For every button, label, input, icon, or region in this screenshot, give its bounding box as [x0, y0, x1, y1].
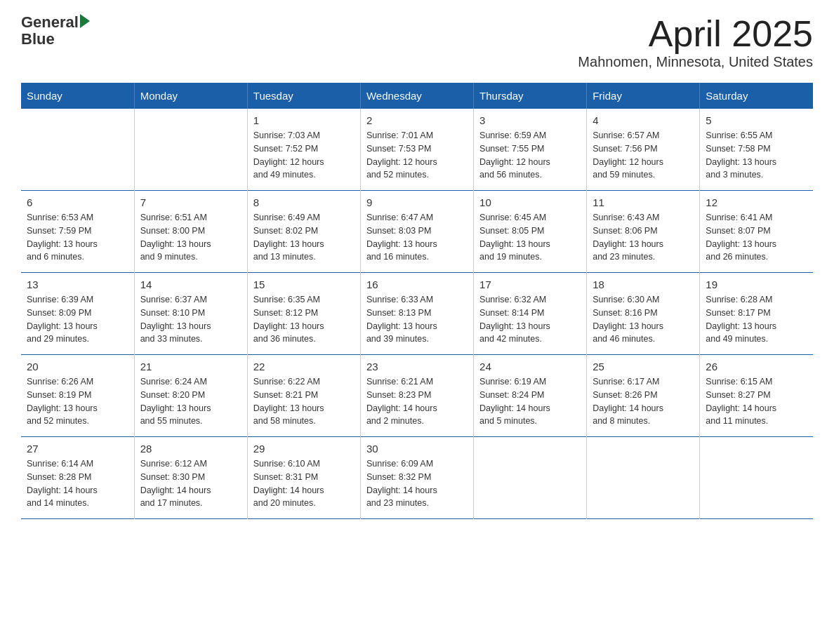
week-row-1: 1Sunrise: 7:03 AM Sunset: 7:52 PM Daylig…: [21, 109, 813, 191]
week-row-5: 27Sunrise: 6:14 AM Sunset: 8:28 PM Dayli…: [21, 437, 813, 519]
day-cell: 3Sunrise: 6:59 AM Sunset: 7:55 PM Daylig…: [474, 109, 587, 191]
day-info: Sunrise: 6:43 AM Sunset: 8:06 PM Dayligh…: [593, 211, 694, 264]
header-row: SundayMondayTuesdayWednesdayThursdayFrid…: [21, 83, 813, 109]
day-number: 30: [366, 443, 468, 455]
day-number: 14: [140, 279, 241, 290]
day-number: 4: [593, 114, 694, 126]
week-row-2: 6Sunrise: 6:53 AM Sunset: 7:59 PM Daylig…: [21, 191, 813, 273]
header-cell-tuesday: Tuesday: [247, 83, 360, 109]
day-cell: 13Sunrise: 6:39 AM Sunset: 8:09 PM Dayli…: [21, 273, 134, 355]
day-cell: 17Sunrise: 6:32 AM Sunset: 8:14 PM Dayli…: [474, 273, 587, 355]
day-info: Sunrise: 6:55 AM Sunset: 7:58 PM Dayligh…: [706, 129, 807, 182]
day-cell: 21Sunrise: 6:24 AM Sunset: 8:20 PM Dayli…: [134, 355, 247, 437]
header-cell-sunday: Sunday: [21, 83, 134, 109]
calendar-header: SundayMondayTuesdayWednesdayThursdayFrid…: [21, 83, 813, 109]
day-number: 13: [27, 279, 128, 290]
day-number: 5: [706, 114, 807, 126]
day-number: 2: [366, 114, 468, 126]
day-info: Sunrise: 6:53 AM Sunset: 7:59 PM Dayligh…: [27, 211, 128, 264]
day-cell: 19Sunrise: 6:28 AM Sunset: 8:17 PM Dayli…: [700, 273, 813, 355]
day-info: Sunrise: 6:19 AM Sunset: 8:24 PM Dayligh…: [479, 375, 581, 428]
day-info: Sunrise: 6:47 AM Sunset: 8:03 PM Dayligh…: [366, 211, 468, 264]
logo: General Blue: [21, 14, 90, 48]
logo-arrow-icon: [80, 14, 90, 28]
day-cell: 11Sunrise: 6:43 AM Sunset: 8:06 PM Dayli…: [587, 191, 700, 273]
header-cell-monday: Monday: [134, 83, 247, 109]
header-cell-friday: Friday: [587, 83, 700, 109]
day-number: 7: [140, 196, 241, 208]
day-number: 25: [593, 361, 694, 373]
day-info: Sunrise: 6:14 AM Sunset: 8:28 PM Dayligh…: [27, 457, 128, 510]
page-title: April 2025: [578, 14, 813, 54]
day-info: Sunrise: 7:01 AM Sunset: 7:53 PM Dayligh…: [366, 129, 468, 182]
day-info: Sunrise: 6:51 AM Sunset: 8:00 PM Dayligh…: [140, 211, 241, 264]
day-cell: 27Sunrise: 6:14 AM Sunset: 8:28 PM Dayli…: [21, 437, 134, 519]
day-info: Sunrise: 6:15 AM Sunset: 8:27 PM Dayligh…: [706, 375, 807, 428]
calendar-body: 1Sunrise: 7:03 AM Sunset: 7:52 PM Daylig…: [21, 109, 813, 519]
day-cell: 1Sunrise: 7:03 AM Sunset: 7:52 PM Daylig…: [247, 109, 360, 191]
day-info: Sunrise: 6:26 AM Sunset: 8:19 PM Dayligh…: [27, 375, 128, 428]
day-cell: 6Sunrise: 6:53 AM Sunset: 7:59 PM Daylig…: [21, 191, 134, 273]
day-info: Sunrise: 6:41 AM Sunset: 8:07 PM Dayligh…: [706, 211, 807, 264]
day-info: Sunrise: 6:12 AM Sunset: 8:30 PM Dayligh…: [140, 457, 241, 510]
day-number: 24: [479, 361, 581, 373]
day-number: 23: [366, 361, 468, 373]
week-row-3: 13Sunrise: 6:39 AM Sunset: 8:09 PM Dayli…: [21, 273, 813, 355]
day-cell: 9Sunrise: 6:47 AM Sunset: 8:03 PM Daylig…: [360, 191, 473, 273]
day-cell: 23Sunrise: 6:21 AM Sunset: 8:23 PM Dayli…: [360, 355, 473, 437]
day-number: 15: [253, 279, 355, 290]
day-cell: 18Sunrise: 6:30 AM Sunset: 8:16 PM Dayli…: [587, 273, 700, 355]
day-cell: 7Sunrise: 6:51 AM Sunset: 8:00 PM Daylig…: [134, 191, 247, 273]
day-cell: [134, 109, 247, 191]
day-cell: 29Sunrise: 6:10 AM Sunset: 8:31 PM Dayli…: [247, 437, 360, 519]
day-info: Sunrise: 6:49 AM Sunset: 8:02 PM Dayligh…: [253, 211, 355, 264]
day-info: Sunrise: 6:21 AM Sunset: 8:23 PM Dayligh…: [366, 375, 468, 428]
day-info: Sunrise: 6:10 AM Sunset: 8:31 PM Dayligh…: [253, 457, 355, 510]
day-number: 11: [593, 196, 694, 208]
day-number: 18: [593, 279, 694, 290]
day-number: 16: [366, 279, 468, 290]
day-cell: 16Sunrise: 6:33 AM Sunset: 8:13 PM Dayli…: [360, 273, 473, 355]
day-number: 17: [479, 279, 581, 290]
day-cell: [474, 437, 587, 519]
day-info: Sunrise: 6:33 AM Sunset: 8:13 PM Dayligh…: [366, 293, 468, 346]
day-cell: [21, 109, 134, 191]
week-row-4: 20Sunrise: 6:26 AM Sunset: 8:19 PM Dayli…: [21, 355, 813, 437]
day-info: Sunrise: 6:17 AM Sunset: 8:26 PM Dayligh…: [593, 375, 694, 428]
day-info: Sunrise: 6:39 AM Sunset: 8:09 PM Dayligh…: [27, 293, 128, 346]
day-cell: 25Sunrise: 6:17 AM Sunset: 8:26 PM Dayli…: [587, 355, 700, 437]
day-cell: 24Sunrise: 6:19 AM Sunset: 8:24 PM Dayli…: [474, 355, 587, 437]
day-number: 6: [27, 196, 128, 208]
day-cell: 2Sunrise: 7:01 AM Sunset: 7:53 PM Daylig…: [360, 109, 473, 191]
day-info: Sunrise: 6:35 AM Sunset: 8:12 PM Dayligh…: [253, 293, 355, 346]
day-cell: 10Sunrise: 6:45 AM Sunset: 8:05 PM Dayli…: [474, 191, 587, 273]
day-number: 21: [140, 361, 241, 373]
calendar-table: SundayMondayTuesdayWednesdayThursdayFrid…: [21, 83, 813, 519]
page-header: General Blue April 2025 Mahnomen, Minnes…: [21, 14, 813, 70]
day-info: Sunrise: 6:09 AM Sunset: 8:32 PM Dayligh…: [366, 457, 468, 510]
day-number: 12: [706, 196, 807, 208]
day-number: 22: [253, 361, 355, 373]
header-cell-thursday: Thursday: [474, 83, 587, 109]
logo-general-text: General: [21, 14, 79, 31]
day-cell: 20Sunrise: 6:26 AM Sunset: 8:19 PM Dayli…: [21, 355, 134, 437]
day-number: 9: [366, 196, 468, 208]
day-cell: 28Sunrise: 6:12 AM Sunset: 8:30 PM Dayli…: [134, 437, 247, 519]
day-number: 10: [479, 196, 581, 208]
day-info: Sunrise: 6:22 AM Sunset: 8:21 PM Dayligh…: [253, 375, 355, 428]
day-info: Sunrise: 6:57 AM Sunset: 7:56 PM Dayligh…: [593, 129, 694, 182]
day-number: 27: [27, 443, 128, 455]
header-cell-wednesday: Wednesday: [360, 83, 473, 109]
title-block: April 2025 Mahnomen, Minnesota, United S…: [578, 14, 813, 70]
day-number: 26: [706, 361, 807, 373]
day-number: 3: [479, 114, 581, 126]
day-cell: [587, 437, 700, 519]
day-info: Sunrise: 6:37 AM Sunset: 8:10 PM Dayligh…: [140, 293, 241, 346]
day-number: 1: [253, 114, 355, 126]
day-cell: 8Sunrise: 6:49 AM Sunset: 8:02 PM Daylig…: [247, 191, 360, 273]
day-info: Sunrise: 6:30 AM Sunset: 8:16 PM Dayligh…: [593, 293, 694, 346]
day-cell: 12Sunrise: 6:41 AM Sunset: 8:07 PM Dayli…: [700, 191, 813, 273]
day-number: 29: [253, 443, 355, 455]
day-number: 20: [27, 361, 128, 373]
day-info: Sunrise: 6:28 AM Sunset: 8:17 PM Dayligh…: [706, 293, 807, 346]
